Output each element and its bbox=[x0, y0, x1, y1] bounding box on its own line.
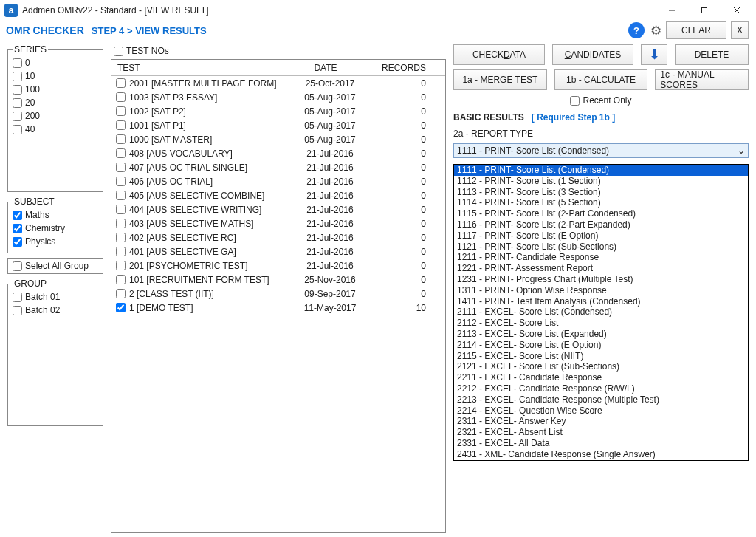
select-all-group-checkbox[interactable] bbox=[13, 261, 22, 271]
report-type-option[interactable]: 2311 - EXCEL- Answer Key bbox=[454, 416, 748, 427]
delete-button[interactable]: DELETE bbox=[675, 44, 749, 65]
row-checkbox[interactable] bbox=[116, 163, 126, 172]
table-row[interactable]: 2 [CLASS TEST (IIT)]09-Sep-20170 bbox=[111, 287, 445, 301]
candidates-dropdown-button[interactable]: ⬇ bbox=[641, 44, 667, 65]
series-item-row[interactable]: 100 bbox=[13, 83, 98, 96]
inner-close-button[interactable]: X bbox=[731, 21, 749, 39]
report-type-option[interactable]: 2214 - EXCEL- Question Wise Score bbox=[454, 406, 748, 417]
minimize-button[interactable] bbox=[656, 0, 688, 21]
clear-button[interactable]: CLEAR bbox=[666, 21, 726, 39]
report-type-option[interactable]: 2111 - EXCEL- Score List (Condensed) bbox=[454, 307, 748, 318]
report-type-option[interactable]: 1113 - PRINT- Score List (3 Section) bbox=[454, 187, 748, 198]
report-type-option[interactable]: 2431 - XML- Candidate Response (Single A… bbox=[454, 449, 748, 460]
row-checkbox[interactable] bbox=[116, 134, 126, 144]
group-item-checkbox[interactable] bbox=[13, 306, 22, 315]
report-type-option[interactable]: 2331 - EXCEL- All Data bbox=[454, 438, 748, 449]
row-checkbox[interactable] bbox=[116, 233, 126, 242]
check-data-button[interactable]: CHECK DATA bbox=[453, 44, 545, 65]
report-type-option[interactable]: 1211 - PRINT- Candidate Response bbox=[454, 252, 748, 263]
series-item-row[interactable]: 10 bbox=[13, 69, 98, 83]
report-type-option[interactable]: 1231 - PRINT- Progress Chart (Multiple T… bbox=[454, 274, 748, 285]
testnos-checkbox[interactable] bbox=[114, 47, 123, 56]
subject-item-checkbox[interactable] bbox=[13, 224, 22, 233]
row-checkbox[interactable] bbox=[116, 289, 126, 298]
table-row[interactable]: 101 [RECRUITMENT FORM TEST]25-Nov-20160 bbox=[111, 273, 445, 287]
table-row[interactable]: 1000 [SAT MASTER]05-Aug-20170 bbox=[111, 132, 445, 146]
recent-only-checkbox[interactable] bbox=[570, 96, 580, 106]
row-checkbox[interactable] bbox=[116, 148, 126, 158]
col-header-records[interactable]: RECORDS bbox=[370, 63, 445, 73]
testnos-toggle[interactable]: TEST NOs bbox=[111, 44, 446, 58]
table-row[interactable]: 407 [AUS OC TRIAL SINGLE]21-Jul-20160 bbox=[111, 160, 445, 174]
series-item-row[interactable]: 0 bbox=[13, 56, 98, 69]
row-checkbox[interactable] bbox=[116, 177, 126, 186]
group-item-row[interactable]: Batch 02 bbox=[13, 304, 98, 317]
calculate-button[interactable]: 1b - CALCULATE bbox=[554, 69, 648, 90]
merge-test-button[interactable]: 1a - MERGE TEST bbox=[453, 69, 547, 90]
row-checkbox[interactable] bbox=[116, 106, 126, 116]
table-row[interactable]: 1003 [SAT P3 ESSAY]05-Aug-20170 bbox=[111, 90, 445, 104]
report-type-option[interactable]: 2112 - EXCEL- Score List bbox=[454, 318, 748, 329]
report-type-option[interactable]: 2115 - EXCEL- Score List (NIIT) bbox=[454, 351, 748, 362]
report-type-option[interactable]: 2113 - EXCEL- Score List (Expanded) bbox=[454, 329, 748, 340]
series-item-checkbox[interactable] bbox=[13, 112, 22, 121]
table-row[interactable]: 402 [AUS SELECTIVE RC]21-Jul-20160 bbox=[111, 230, 445, 244]
table-row[interactable]: 406 [AUS OC TRIAL]21-Jul-20160 bbox=[111, 174, 445, 188]
report-type-option[interactable]: 2211 - EXCEL- Candidate Response bbox=[454, 372, 748, 383]
table-row[interactable]: 1 [DEMO TEST]11-May-201710 bbox=[111, 301, 445, 315]
select-all-group[interactable]: Select All Group bbox=[7, 258, 103, 274]
col-header-test[interactable]: TEST bbox=[111, 63, 281, 73]
help-icon[interactable]: ? bbox=[628, 22, 645, 38]
series-item-checkbox[interactable] bbox=[13, 58, 22, 68]
report-type-option[interactable]: 2321 - EXCEL- Absent List bbox=[454, 427, 748, 438]
row-checkbox[interactable] bbox=[116, 78, 126, 88]
table-row[interactable]: 2001 [MASTER MULTI PAGE FORM]25-Oct-2017… bbox=[111, 76, 445, 90]
window-close-button[interactable] bbox=[721, 0, 753, 21]
row-checkbox[interactable] bbox=[116, 303, 126, 312]
manual-scores-button[interactable]: 1c - MANUAL SCORES bbox=[655, 69, 749, 90]
series-item-row[interactable]: 20 bbox=[13, 96, 98, 109]
row-checkbox[interactable] bbox=[116, 247, 126, 256]
table-row[interactable]: 1001 [SAT P1]05-Aug-20170 bbox=[111, 118, 445, 132]
report-type-option[interactable]: 1117 - PRINT- Score List (E Option) bbox=[454, 230, 748, 242]
series-item-row[interactable]: 40 bbox=[13, 123, 98, 136]
table-row[interactable]: 1002 [SAT P2]05-Aug-20170 bbox=[111, 104, 445, 118]
report-type-option[interactable]: 1411 - PRINT- Test Item Analysis (Conden… bbox=[454, 296, 748, 307]
series-item-checkbox[interactable] bbox=[13, 125, 22, 134]
series-item-checkbox[interactable] bbox=[13, 72, 22, 81]
table-row[interactable]: 408 [AUS VOCABULARY]21-Jul-20160 bbox=[111, 146, 445, 160]
subject-item-row[interactable]: Chemistry bbox=[13, 222, 98, 235]
row-checkbox[interactable] bbox=[116, 275, 126, 284]
table-row[interactable]: 201 [PSYCHOMETRIC TEST]21-Jul-20160 bbox=[111, 259, 445, 273]
report-type-dropdown-list[interactable]: 1111 - PRINT- Score List (Condensed)1112… bbox=[453, 164, 749, 461]
report-type-option[interactable]: 1112 - PRINT- Score List (1 Section) bbox=[454, 176, 748, 187]
group-item-checkbox[interactable] bbox=[13, 293, 22, 302]
gear-icon[interactable]: ⚙ bbox=[650, 23, 662, 38]
report-type-option[interactable]: 2121 - EXCEL- Score List (Sub-Sections) bbox=[454, 361, 748, 372]
report-type-option[interactable]: 1114 - PRINT- Score List (5 Section) bbox=[454, 197, 748, 208]
series-item-row[interactable]: 200 bbox=[13, 109, 98, 123]
subject-item-row[interactable]: Maths bbox=[13, 208, 98, 222]
maximize-button[interactable] bbox=[688, 0, 721, 21]
subject-item-checkbox[interactable] bbox=[13, 237, 22, 247]
report-type-option[interactable]: 1116 - PRINT- Score List (2-Part Expande… bbox=[454, 219, 748, 230]
row-checkbox[interactable] bbox=[116, 205, 126, 214]
row-checkbox[interactable] bbox=[116, 219, 126, 228]
table-row[interactable]: 403 [AUS SELECTIVE MATHS]21-Jul-20160 bbox=[111, 216, 445, 230]
row-checkbox[interactable] bbox=[116, 191, 126, 200]
row-checkbox[interactable] bbox=[116, 120, 126, 130]
report-type-option[interactable]: 2213 - EXCEL- Candidate Response (Multip… bbox=[454, 394, 748, 406]
report-type-option[interactable]: 1121 - PRINT- Score List (Sub-Sections) bbox=[454, 242, 748, 253]
report-type-option[interactable]: 1221 - PRINT- Assessment Report bbox=[454, 263, 748, 274]
subject-item-row[interactable]: Physics bbox=[13, 235, 98, 248]
report-type-option[interactable]: 1311 - PRINT- Option Wise Response bbox=[454, 285, 748, 296]
group-item-row[interactable]: Batch 01 bbox=[13, 290, 98, 304]
report-type-select[interactable]: 1111 - PRINT- Score List (Condensed) ⌄ bbox=[453, 143, 749, 158]
subject-item-checkbox[interactable] bbox=[13, 211, 22, 220]
series-item-checkbox[interactable] bbox=[13, 85, 22, 95]
table-row[interactable]: 404 [AUS SELECTIVE WRITING]21-Jul-20160 bbox=[111, 202, 445, 216]
report-type-option[interactable]: 2212 - EXCEL- Candidate Response (R/W/L) bbox=[454, 383, 748, 394]
report-type-option[interactable]: 1111 - PRINT- Score List (Condensed) bbox=[454, 165, 748, 176]
report-type-option[interactable]: 1115 - PRINT- Score List (2-Part Condens… bbox=[454, 208, 748, 219]
table-row[interactable]: 405 [AUS SELECTIVE COMBINE]21-Jul-20160 bbox=[111, 188, 445, 202]
